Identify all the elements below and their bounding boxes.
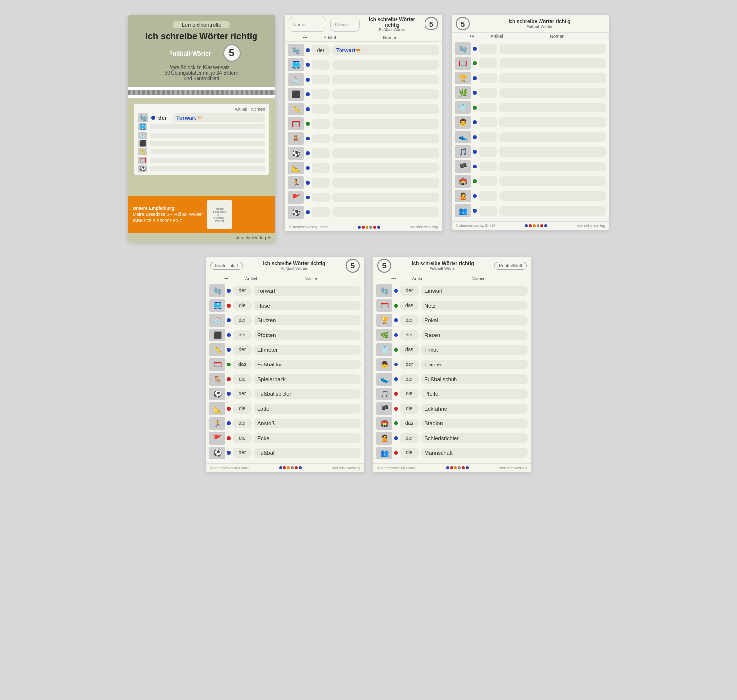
- ws1-icon-6: 🥅: [288, 117, 304, 130]
- cs-right-dot-9: [394, 407, 398, 411]
- ws1-icon-8: ⚽: [288, 147, 304, 160]
- cs-right-items: 🧤 der Einwurf 🥅 das Netz 🏆 der Pokal 🌿: [373, 282, 531, 461]
- cs-left-item-10: 🏃 der Anstoß: [209, 417, 361, 430]
- cs-right-item-5: 👕 das Trikot: [376, 343, 528, 356]
- ws2-icon-12: 👥: [455, 204, 471, 217]
- ws2-dot-10: [473, 179, 477, 183]
- ws1-artikel-7: [312, 134, 330, 143]
- ws1-dot-9: [306, 166, 310, 170]
- cs-left-dot-7: [227, 377, 231, 381]
- ws1-artikel-4: [312, 89, 330, 99]
- ws2-dot-3: [473, 76, 477, 80]
- cs-left-title: Ich schreibe Wörter richtig Fußball-Wört…: [246, 261, 343, 271]
- small-icon: ⚽: [138, 165, 147, 172]
- ws1-artikel-2: [312, 60, 330, 70]
- ws1-icon-10: 🏃: [288, 176, 304, 189]
- cs-right-artikel-7: der: [400, 374, 419, 384]
- footer-dot: [458, 466, 461, 469]
- cs-right-footer-dots: [446, 466, 469, 469]
- ws2-item-7: 👟: [455, 131, 606, 143]
- cs-left-icon-7: 🪑: [209, 373, 225, 386]
- cover-ws-header: Artikel Nomen: [138, 107, 265, 112]
- cs-left-icon-4: ⬛: [209, 329, 225, 341]
- ws1-dot-7: [306, 137, 310, 140]
- ws1-icon-1: 🧤: [288, 44, 304, 56]
- ws1-nomen-6: [332, 119, 439, 129]
- ws1-title: Ich schreibe Wörter richtig Fußball-Wört…: [364, 17, 421, 32]
- cs-left-artikel-10: der: [233, 419, 252, 428]
- cover-footer-book-img: MeineLesedose5 –Fußball-Wörter: [207, 200, 232, 229]
- ws1-name-field: Name: [289, 17, 326, 32]
- cs-right-item-4: 🌿 der Rasen: [376, 329, 528, 341]
- ws2-icon-4: 🌿: [455, 86, 471, 99]
- ws2-dot-9: [473, 165, 477, 168]
- ws1-icon-2: 🩳: [288, 58, 304, 71]
- ws2-item-3: 🏆: [455, 72, 606, 84]
- footer-dot: [529, 224, 532, 227]
- cover-small-row-4: 📏: [138, 148, 265, 155]
- ws2-artikel-3: [479, 73, 497, 83]
- cs-left-item-3: 🧦 der Stutzen: [209, 314, 361, 327]
- bottom-row: Kontrollblatt Ich schreibe Wörter richti…: [15, 257, 722, 472]
- cover-title: Ich schreibe Wörter richtig: [132, 31, 271, 42]
- cs-left-icon-8: ⚽: [209, 388, 225, 400]
- cs-left-artikel-12: der: [233, 448, 252, 458]
- ws2-item-5: 👕: [455, 101, 606, 114]
- cs-right-item-6: 👨 der Trainer: [376, 358, 528, 371]
- footer-dot: [283, 466, 286, 469]
- footer-dot: [462, 466, 465, 469]
- cs-right-dot-8: [394, 392, 398, 396]
- footer-dot: [279, 466, 282, 469]
- ws1-nomen-9: [332, 163, 439, 173]
- ws1-dot-5: [306, 107, 310, 111]
- ws1-top-bar: Name Klasse Ich schreibe Wörter richtig …: [285, 15, 442, 34]
- small-line: [150, 141, 265, 146]
- cs-right-icon-9: 🏴: [376, 402, 392, 415]
- small-line: [150, 149, 265, 154]
- footer-dot: [446, 466, 449, 469]
- cs-right-nomen-12: Mannschaft: [421, 448, 528, 458]
- cover-ws-preview: Artikel Nomen 🧤 der Torwart ✏ 🩳 🧦: [134, 104, 269, 175]
- ws2-artikel-5: [479, 103, 497, 112]
- ws2-artikel-4: [479, 88, 497, 98]
- cs-left-number-badge: 5: [346, 259, 360, 273]
- footer-dot: [373, 226, 376, 229]
- cs-right-artikel-10: das: [400, 419, 419, 428]
- cs-left-artikel-2: die: [233, 301, 252, 310]
- ws1-item-5: 📏: [288, 103, 439, 115]
- cs-right-artikel-8: die: [400, 389, 419, 399]
- ws1-number-badge: 5: [425, 17, 438, 30]
- cs-right-item-8: 🎵 die Pfeife: [376, 388, 528, 400]
- cs-left-artikel-6: das: [233, 360, 252, 369]
- small-icon: 🩳: [138, 123, 147, 130]
- ws2-dot-11: [473, 194, 477, 198]
- ws2-item-8: 🎵: [455, 145, 606, 158]
- ws1-icon-5: 📏: [288, 103, 304, 115]
- student-worksheet-1: Name Klasse Ich schreibe Wörter richtig …: [285, 15, 442, 231]
- cs-right-dot-3: [394, 318, 398, 322]
- cs-right-artikel-9: die: [400, 404, 419, 414]
- ws2-dot-1: [473, 47, 477, 51]
- cs-right-nomen-11: Schiedsrichter: [421, 433, 528, 443]
- cs-left-icon-12: ⚽: [209, 447, 225, 459]
- cs-right-nomen-7: Fußballschuh: [421, 374, 528, 384]
- cs-right-nomen-8: Pfeife: [421, 389, 528, 399]
- ws1-item-2: 🩳: [288, 58, 439, 71]
- cs-right-copyright: © sternchenverlag GmbH: [377, 466, 416, 470]
- ws2-footer-dots: [525, 224, 547, 227]
- ws1-nomen-2: [332, 60, 439, 70]
- cs-right-dot-7: [394, 377, 398, 381]
- ws1-dot-6: [306, 122, 310, 126]
- footer-dot: [369, 226, 372, 229]
- cs-right-icon-10: 🏟️: [376, 417, 392, 430]
- ws1-nomen-1: Torwart ✏: [332, 45, 439, 55]
- ws1-item-1: 🧤 der Torwart ✏: [288, 44, 439, 56]
- ws1-artikel-1: der: [312, 45, 330, 55]
- cs-right-icon-2: 🥅: [376, 299, 392, 312]
- footer-dot: [291, 466, 294, 469]
- cs-right-cols-header: ••• Artikel Nomen: [373, 275, 531, 282]
- ws2-nomen-5: [499, 103, 606, 112]
- cover-dot: [151, 116, 155, 120]
- ws1-dot-3: [306, 78, 310, 82]
- ws2-nomen-10: [499, 176, 606, 186]
